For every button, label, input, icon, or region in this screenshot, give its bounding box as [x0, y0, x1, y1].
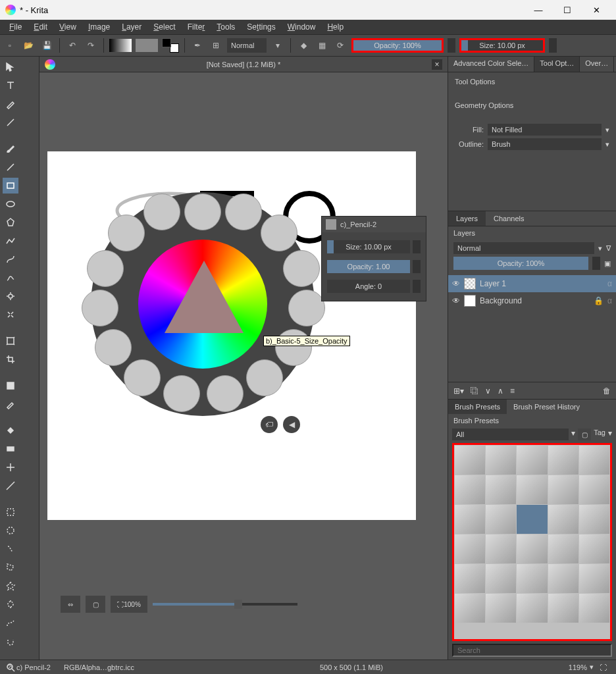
preset-item[interactable] — [517, 594, 547, 623]
preset-13[interactable] — [82, 290, 118, 326]
color-triangle[interactable] — [165, 261, 244, 333]
zoom-slider[interactable] — [153, 603, 297, 606]
reload-brush-button[interactable]: ⟳ — [333, 38, 347, 53]
calligraphy-tool[interactable] — [3, 115, 18, 130]
polygonal-select-tool[interactable] — [3, 559, 18, 575]
rectangle-tool[interactable] — [3, 178, 18, 194]
color-picker-tool[interactable] — [3, 396, 18, 412]
float-opacity-spinner[interactable] — [413, 260, 421, 273]
preset-search-input[interactable] — [452, 644, 612, 657]
opacity-spinner[interactable] — [448, 38, 455, 53]
viewport[interactable]: 🏷 ◀ b)_Basic-5_Size_Opacity c)_Pencil-2 … — [39, 72, 448, 660]
transform-tool[interactable] — [3, 333, 18, 349]
preset-9[interactable] — [207, 375, 244, 412]
move-down-button[interactable]: ∨ — [485, 386, 491, 396]
preset-item[interactable] — [517, 475, 547, 504]
text-tool[interactable] — [3, 78, 18, 93]
float-angle-spinner[interactable] — [413, 280, 421, 293]
preset-tag-filter[interactable]: All — [452, 428, 569, 440]
menu-file[interactable]: File — [4, 21, 27, 33]
tab-brush-presets[interactable]: Brush Presets — [448, 400, 507, 414]
preset-item[interactable] — [579, 505, 609, 534]
preset-item[interactable] — [579, 475, 609, 504]
alpha-lock-toggle[interactable]: ▦ — [315, 38, 329, 53]
size-spinner[interactable] — [549, 38, 557, 53]
preset-item[interactable] — [579, 534, 609, 563]
duplicate-layer-button[interactable]: ⿻ — [471, 386, 478, 396]
delete-layer-button[interactable]: 🗑 — [603, 386, 611, 396]
preset-item[interactable] — [455, 564, 485, 593]
assistant-tool[interactable] — [3, 459, 18, 475]
tab-adv-color[interactable]: Advanced Color Sele… — [448, 57, 534, 72]
preset-item[interactable] — [486, 505, 516, 534]
chevron-down-icon[interactable]: ▾ — [270, 38, 285, 53]
pattern-swatch[interactable] — [136, 39, 158, 52]
outline-select[interactable]: Brush — [488, 138, 602, 150]
mirror-button[interactable]: ⇔ — [61, 596, 80, 613]
magnetic-select-tool[interactable] — [3, 633, 18, 649]
multibrush-tool[interactable] — [3, 307, 18, 323]
new-file-button[interactable]: ▫ — [3, 38, 17, 53]
similar-select-tool[interactable] — [3, 596, 18, 612]
float-opacity-slider[interactable]: Opacity: 1.00 — [327, 260, 410, 273]
brush-settings-button[interactable]: ⊞ — [209, 38, 223, 53]
layer-opacity-spinner[interactable] — [592, 257, 600, 270]
preset-item[interactable] — [455, 475, 485, 504]
preset-item[interactable] — [548, 594, 578, 623]
preset-item[interactable] — [548, 505, 578, 534]
preset-item[interactable] — [579, 594, 609, 623]
menu-settings[interactable]: Settings — [242, 21, 280, 33]
brush-size-slider[interactable]: Size: 10.00 px — [459, 38, 545, 53]
polyline-tool[interactable] — [3, 233, 18, 249]
menu-view[interactable]: View — [54, 21, 82, 33]
lock-icon[interactable]: 🔒 — [594, 296, 603, 305]
freehand-select-tool[interactable] — [3, 541, 18, 557]
prev-button[interactable]: ◀ — [283, 416, 300, 433]
open-file-button[interactable]: 📂 — [21, 38, 36, 53]
layer-settings-button[interactable]: ≡ — [510, 386, 515, 396]
ellipse-tool[interactable] — [3, 196, 18, 212]
menu-select[interactable]: Select — [148, 21, 180, 33]
menu-filter[interactable]: Filter — [182, 21, 211, 33]
preset-item[interactable] — [579, 446, 609, 475]
fullscreen-icon[interactable]: ⛶ — [596, 663, 609, 671]
preset-4[interactable] — [261, 215, 297, 251]
layer-row-1[interactable]: 👁 Layer 1 α — [448, 275, 616, 292]
save-file-button[interactable]: 💾 — [39, 38, 54, 53]
blend-mode-select[interactable]: Normal — [227, 38, 267, 53]
tab-channels[interactable]: Channels — [486, 211, 532, 226]
fill-select[interactable]: Not Filled — [488, 124, 602, 136]
fit-button[interactable]: ▢ — [86, 596, 105, 613]
redo-button[interactable]: ↷ — [84, 38, 98, 53]
float-size-slider[interactable]: Size: 10.00 px — [327, 240, 410, 253]
fg-bg-swatch[interactable] — [162, 38, 179, 53]
preset-item[interactable] — [517, 564, 547, 593]
measure-tool[interactable] — [3, 478, 18, 494]
opacity-slider[interactable]: Opacity: 100% — [351, 38, 444, 53]
brush-editor-panel[interactable]: c)_Pencil-2 Size: 10.00 px Opacity: 1.00… — [321, 216, 426, 301]
contiguous-select-tool[interactable] — [3, 578, 18, 594]
preset-2[interactable] — [184, 194, 221, 230]
preset-3[interactable] — [225, 194, 262, 230]
gradient-swatch[interactable] — [109, 39, 132, 52]
crop-tool[interactable] — [3, 351, 18, 367]
tag-button[interactable]: 🏷 — [261, 416, 278, 433]
preset-1[interactable] — [143, 194, 180, 230]
preset-10[interactable] — [163, 375, 200, 412]
menu-layer[interactable]: Layer — [116, 21, 147, 33]
undo-button[interactable]: ↶ — [65, 38, 80, 53]
preset-6[interactable] — [288, 290, 325, 326]
preset-item[interactable] — [486, 446, 516, 475]
minimize-button[interactable]: — — [524, 1, 553, 19]
layer-opacity-slider[interactable]: Opacity: 100% — [453, 257, 588, 270]
zoom-dropdown-icon[interactable]: ▾ — [587, 663, 596, 671]
preset-item[interactable] — [548, 475, 578, 504]
preset-11[interactable] — [124, 359, 161, 396]
preset-5[interactable] — [283, 250, 320, 287]
preset-item[interactable] — [455, 594, 485, 623]
tab-brush-history[interactable]: Brush Preset History — [507, 400, 586, 414]
preset-item[interactable] — [486, 475, 516, 504]
line-tool[interactable] — [3, 159, 18, 175]
float-angle-slider[interactable]: Angle: 0 — [327, 280, 410, 293]
dynamic-brush-tool[interactable] — [3, 288, 18, 304]
